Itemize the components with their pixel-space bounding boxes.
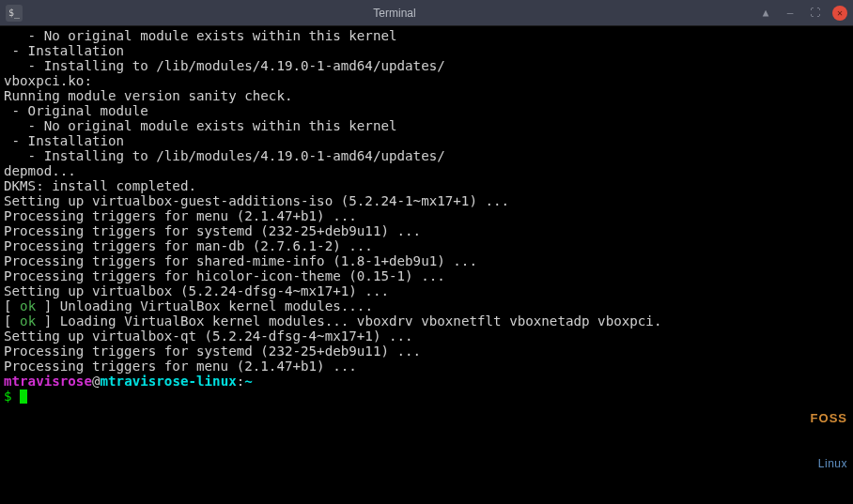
watermark-line2: Linux [811,456,847,471]
output-line: Processing triggers for shared-mime-info… [4,253,849,268]
window-controls: ▲ — ⛶ ✕ [759,6,847,21]
output-line: - Installation [4,133,849,148]
output-line: depmod... [4,163,849,178]
output-line: - Installing to /lib/modules/4.19.0-1-am… [4,148,849,163]
eject-icon[interactable]: ▲ [759,7,772,20]
prompt-path: ~ [244,374,253,389]
prompt-dollar: $ [4,389,20,404]
output-line: Running module version sanity check. [4,88,849,103]
window-titlebar: $_ Terminal ▲ — ⛶ ✕ [0,0,853,26]
output-line-ok: [ ok ] Loading VirtualBox kernel modules… [4,313,849,328]
prompt-host: mtravisrose-linux [101,374,237,389]
output-line: Processing triggers for systemd (232-25+… [4,223,849,238]
terminal-output[interactable]: - No original module exists within this … [0,26,853,504]
ok-status: ok [20,298,36,313]
output-line: Processing triggers for menu (2.1.47+b1)… [4,208,849,223]
terminal-app-icon: $_ [6,5,23,22]
output-line: Processing triggers for hicolor-icon-the… [4,268,849,283]
output-line: DKMS: install completed. [4,178,849,193]
minimize-button[interactable]: — [783,7,797,20]
watermark: FOSS Linux [811,381,847,501]
output-line: Setting up virtualbox-guest-additions-is… [4,193,849,208]
output-line: Processing triggers for menu (2.1.47+b1)… [4,359,849,374]
maximize-button[interactable]: ⛶ [808,7,821,20]
output-line: - Installing to /lib/modules/4.19.0-1-am… [4,58,849,73]
cursor [20,389,27,404]
input-line[interactable]: $ [4,389,849,404]
output-line: - No original module exists within this … [4,118,849,133]
output-line-ok: [ ok ] Unloading VirtualBox kernel modul… [4,298,849,313]
output-line: Processing triggers for man-db (2.7.6.1-… [4,238,849,253]
prompt-user: mtravisrose [4,374,92,389]
window-title: Terminal [30,7,759,20]
output-line: - Original module [4,103,849,118]
output-line: Setting up virtualbox-qt (5.2.24-dfsg-4~… [4,328,849,344]
prompt-line: mtravisrose@mtravisrose-linux:~ [4,374,849,389]
output-line: Setting up virtualbox (5.2.24-dfsg-4~mx1… [4,283,849,298]
output-line: - No original module exists within this … [4,28,849,43]
output-line: - Installation [4,43,849,58]
ok-status: ok [20,313,36,328]
watermark-line1: FOSS [811,411,847,426]
output-line: vboxpci.ko: [4,73,849,88]
output-line: Processing triggers for systemd (232-25+… [4,344,849,359]
close-button[interactable]: ✕ [832,6,847,21]
